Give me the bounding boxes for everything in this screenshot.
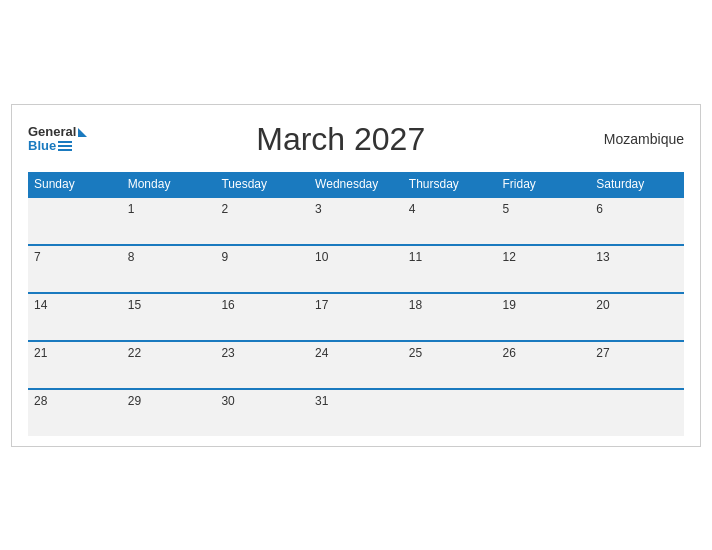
day-cell-19: 19 [497, 293, 591, 341]
week-row-3: 21222324252627 [28, 341, 684, 389]
day-cell-21: 21 [28, 341, 122, 389]
day-header-monday: Monday [122, 172, 216, 197]
week-row-2: 14151617181920 [28, 293, 684, 341]
day-cell-17: 17 [309, 293, 403, 341]
day-cell-7: 7 [28, 245, 122, 293]
day-cell-14: 14 [28, 293, 122, 341]
logo-line-1 [58, 141, 72, 143]
day-cell-10: 10 [309, 245, 403, 293]
day-header-wednesday: Wednesday [309, 172, 403, 197]
logo-line-3 [58, 149, 72, 151]
day-cell-11: 11 [403, 245, 497, 293]
day-cell-22: 22 [122, 341, 216, 389]
day-cell-1: 1 [122, 197, 216, 245]
day-cell-18: 18 [403, 293, 497, 341]
day-cell-23: 23 [215, 341, 309, 389]
day-cell-2: 2 [215, 197, 309, 245]
day-cell-8: 8 [122, 245, 216, 293]
day-cell-13: 13 [590, 245, 684, 293]
empty-cell-4-4 [403, 389, 497, 436]
logo-lines-icon [58, 141, 72, 151]
week-row-1: 78910111213 [28, 245, 684, 293]
calendar-header: General Blue March 2027 Mozambique [28, 121, 684, 158]
day-cell-20: 20 [590, 293, 684, 341]
day-cell-3: 3 [309, 197, 403, 245]
logo-row-bottom: Blue [28, 139, 87, 153]
empty-cell-4-6 [590, 389, 684, 436]
logo-general-text: General [28, 125, 76, 139]
day-cell-12: 12 [497, 245, 591, 293]
day-header-friday: Friday [497, 172, 591, 197]
day-cell-6: 6 [590, 197, 684, 245]
day-cell-31: 31 [309, 389, 403, 436]
day-cell-15: 15 [122, 293, 216, 341]
week-row-4: 28293031 [28, 389, 684, 436]
day-cell-25: 25 [403, 341, 497, 389]
logo-block: General Blue [28, 125, 87, 154]
day-header-tuesday: Tuesday [215, 172, 309, 197]
empty-cell-4-5 [497, 389, 591, 436]
calendar-title: March 2027 [256, 121, 425, 158]
day-cell-28: 28 [28, 389, 122, 436]
day-cell-29: 29 [122, 389, 216, 436]
logo-triangle-icon [78, 128, 87, 137]
day-header-sunday: Sunday [28, 172, 122, 197]
logo-line-2 [58, 145, 72, 147]
day-header-thursday: Thursday [403, 172, 497, 197]
day-cell-24: 24 [309, 341, 403, 389]
day-header-row: SundayMondayTuesdayWednesdayThursdayFrid… [28, 172, 684, 197]
calendar-container: General Blue March 2027 Mozambique [11, 104, 701, 447]
logo: General Blue [28, 125, 87, 154]
empty-cell-0-0 [28, 197, 122, 245]
day-cell-4: 4 [403, 197, 497, 245]
week-row-0: 123456 [28, 197, 684, 245]
day-cell-16: 16 [215, 293, 309, 341]
day-cell-30: 30 [215, 389, 309, 436]
logo-row-top: General [28, 125, 87, 139]
calendar-country: Mozambique [594, 131, 684, 147]
day-header-saturday: Saturday [590, 172, 684, 197]
day-cell-5: 5 [497, 197, 591, 245]
day-cell-9: 9 [215, 245, 309, 293]
logo-blue-text: Blue [28, 139, 56, 153]
day-cell-26: 26 [497, 341, 591, 389]
calendar-table: SundayMondayTuesdayWednesdayThursdayFrid… [28, 172, 684, 436]
day-cell-27: 27 [590, 341, 684, 389]
